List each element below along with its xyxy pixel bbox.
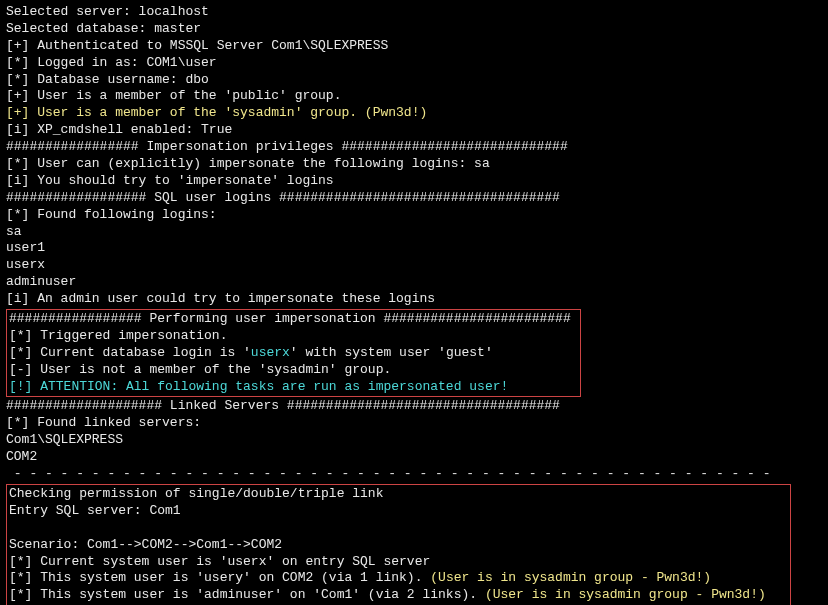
logged-in-line: [*] Logged in as: COM1\user (6, 55, 822, 72)
checking-permission-line: Checking permission of single/double/tri… (9, 486, 788, 503)
terminal-output: Selected server: localhost Selected data… (6, 4, 822, 605)
selected-server-line: Selected server: localhost (6, 4, 822, 21)
entry-sql-server-line: Entry SQL server: Com1 (9, 503, 788, 520)
link1-prefix: [*] This system user is 'usery' on COM2 … (9, 570, 430, 585)
link2-prefix: [*] This system user is 'adminuser' on '… (9, 587, 485, 602)
linked-server-2: COM2 (6, 449, 822, 466)
triggered-impersonation-line: [*] Triggered impersonation. (9, 328, 578, 345)
linked-servers-header: #################### Linked Servers ####… (6, 398, 822, 415)
link1-line: [*] This system user is 'usery' on COM2 … (9, 570, 788, 587)
attention-line: [!] ATTENTION: All following tasks are r… (9, 379, 578, 396)
sql-logins-header: ################## SQL user logins #####… (6, 190, 822, 207)
public-group-line: [+] User is a member of the 'public' gro… (6, 88, 822, 105)
login-user1: user1 (6, 240, 822, 257)
scenario-line: Scenario: Com1-->COM2-->Com1-->COM2 (9, 537, 788, 554)
link1-pwn3d: (User is in sysadmin group - Pwn3d!) (430, 570, 711, 585)
impersonation-box: ################# Performing user impers… (6, 309, 581, 397)
selected-database-line: Selected database: master (6, 21, 822, 38)
login-userx: userx (6, 257, 822, 274)
dashed-separator: - - - - - - - - - - - - - - - - - - - - … (6, 466, 822, 483)
xp-cmdshell-line: [i] XP_cmdshell enabled: True (6, 122, 822, 139)
login-adminuser: adminuser (6, 274, 822, 291)
current-db-login-line: [*] Current database login is 'userx' wi… (9, 345, 578, 362)
linked-permission-box: Checking permission of single/double/tri… (6, 484, 791, 605)
auth-line: [+] Authenticated to MSSQL Server Com1\S… (6, 38, 822, 55)
current-db-login-suffix: ' with system user 'guest' (290, 345, 493, 360)
not-sysadmin-line: [-] User is not a member of the 'sysadmi… (9, 362, 578, 379)
db-username-line: [*] Database username: dbo (6, 72, 822, 89)
performing-impersonation-header: ################# Performing user impers… (9, 311, 578, 328)
current-db-login-prefix: [*] Current database login is ' (9, 345, 251, 360)
impersonate-hint-line: [i] You should try to 'impersonate' logi… (6, 173, 822, 190)
found-logins-line: [*] Found following logins: (6, 207, 822, 224)
sysadmin-group-line: [+] User is a member of the 'sysadmin' g… (6, 105, 822, 122)
link2-line: [*] This system user is 'adminuser' on '… (9, 587, 788, 604)
link2-pwn3d: (User is in sysadmin group - Pwn3d!) (485, 587, 766, 602)
current-system-user-line: [*] Current system user is 'userx' on en… (9, 554, 788, 571)
impersonate-logins-line: [*] User can (explicitly) impersonate th… (6, 156, 822, 173)
linked-server-1: Com1\SQLEXPRESS (6, 432, 822, 449)
impersonation-header: ################# Impersonation privileg… (6, 139, 822, 156)
found-linked-servers-line: [*] Found linked servers: (6, 415, 822, 432)
admin-impersonate-hint: [i] An admin user could try to impersona… (6, 291, 822, 308)
blank-line (9, 520, 788, 537)
login-sa: sa (6, 224, 822, 241)
current-db-login-user: userx (251, 345, 290, 360)
